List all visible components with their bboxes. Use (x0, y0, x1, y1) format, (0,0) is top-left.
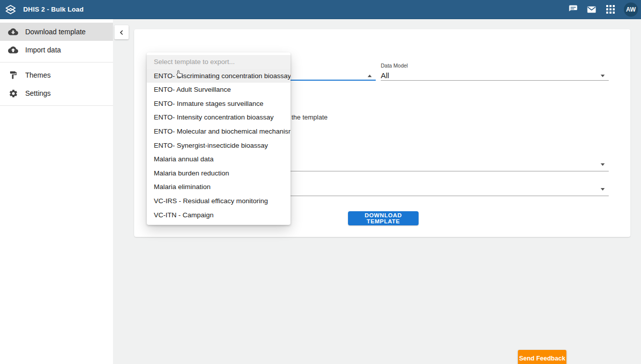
messages-mail-icon[interactable] (587, 5, 597, 15)
dropdown-option[interactable]: ENTO- Intensity concentration bioassay (147, 110, 290, 125)
paint-roller-icon (8, 70, 18, 80)
gear-icon (8, 88, 18, 98)
sidebar-item-label: Settings (25, 89, 51, 97)
template-helper-text: the template (292, 113, 328, 121)
top-bar-left: DHIS 2 - Bulk Load (0, 4, 84, 16)
dropdown-option[interactable]: Malaria elimination (147, 180, 290, 194)
sidebar: Download template Import data Themes Set… (0, 19, 113, 364)
interpretations-chat-icon[interactable] (568, 5, 578, 15)
sidebar-item-download-template[interactable]: Download template (0, 23, 113, 41)
chevron-left-icon (119, 30, 124, 35)
top-bar-right: AW (568, 3, 641, 17)
send-feedback-button[interactable]: Send Feedback (518, 350, 566, 364)
sidebar-collapse-button[interactable] (114, 25, 129, 39)
sidebar-divider (0, 62, 113, 63)
avatar[interactable]: AW (624, 3, 638, 17)
download-template-button[interactable]: DOWNLOAD TEMPLATE (348, 211, 419, 225)
template-select-caret-up-icon[interactable] (368, 75, 372, 77)
sidebar-item-label: Import data (25, 46, 61, 54)
sidebar-item-themes[interactable]: Themes (0, 66, 113, 84)
empty-select-field-2-caret-down-icon[interactable] (601, 188, 605, 191)
dropdown-option-placeholder[interactable]: Select template to export... (147, 55, 290, 69)
dropdown-option[interactable]: ENTO- Molecular and biochemical mechanis… (147, 125, 290, 139)
dropdown-option[interactable]: ENTO- Inmature stages surveillance (147, 97, 290, 111)
dropdown-option[interactable]: Malaria burden reduction (147, 166, 290, 180)
data-model-caret-down-icon[interactable] (601, 75, 605, 77)
dropdown-option[interactable]: ENTO- Synergist-insecticide bioassay (147, 139, 290, 153)
data-model-select[interactable]: All (381, 71, 389, 80)
empty-select-field-1-caret-down-icon[interactable] (601, 163, 605, 166)
template-dropdown-menu: Select template to export... ENTO- Discr… (147, 52, 290, 225)
sidebar-item-settings[interactable]: Settings (0, 84, 113, 102)
data-model-label: Data Model (381, 63, 408, 69)
cloud-download-icon (8, 27, 18, 37)
dropdown-option[interactable]: Malaria annual data (147, 152, 290, 166)
dropdown-option[interactable]: ENTO- Discriminating concentration bioas… (147, 69, 290, 83)
sidebar-divider (0, 105, 113, 106)
sidebar-item-label: Download template (25, 28, 86, 36)
dropdown-option[interactable]: ENTO- Adult Surveillance (147, 83, 290, 97)
app-title: DHIS 2 - Bulk Load (23, 6, 84, 13)
sidebar-item-import-data[interactable]: Import data (0, 41, 113, 59)
data-model-underline (381, 80, 609, 81)
sidebar-item-label: Themes (25, 71, 51, 79)
dropdown-option[interactable]: VC-IRS - Residual efficacy monitoring (147, 194, 290, 208)
top-bar: DHIS 2 - Bulk Load AW (0, 0, 641, 19)
apps-grid-icon[interactable] (605, 5, 615, 15)
cloud-upload-icon (8, 45, 18, 55)
dhis2-logo-icon (5, 4, 17, 16)
dropdown-option[interactable]: VC-ITN - Campaign (147, 208, 290, 222)
